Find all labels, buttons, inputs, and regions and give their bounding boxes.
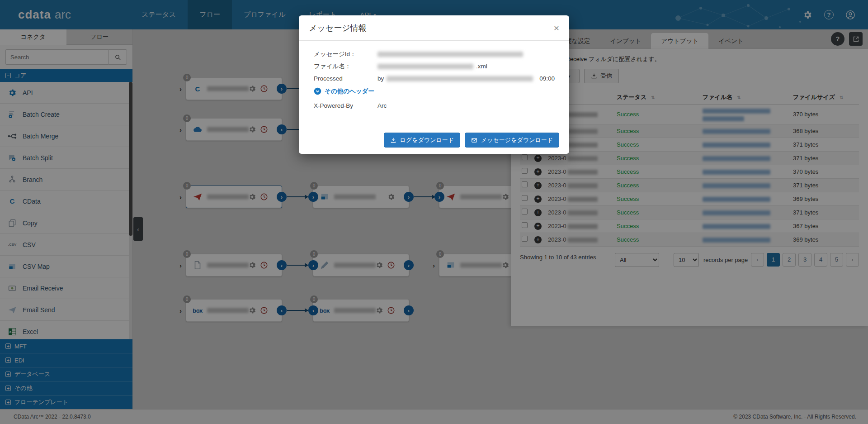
- x-powered-by-row: X-Powered-By Arc: [314, 100, 559, 112]
- processed-row: Processed by 09:00: [314, 72, 559, 85]
- message-id-label: メッセージId：: [314, 50, 377, 58]
- filename-row: ファイル名： .xml: [314, 60, 559, 72]
- envelope-icon: [471, 137, 477, 143]
- download-log-button[interactable]: ログをダウンロード: [384, 133, 460, 148]
- chevron-down-circle-icon: [314, 87, 321, 95]
- x-powered-by-value: Arc: [377, 102, 559, 109]
- redacted-filename: [377, 64, 473, 69]
- filename-extension: .xml: [476, 63, 487, 70]
- message-id-row: メッセージId：: [314, 48, 559, 60]
- x-powered-by-label: X-Powered-By: [314, 102, 377, 109]
- processed-by-prefix: by: [377, 75, 384, 82]
- processed-time: 09:00: [539, 75, 555, 82]
- other-headers-label: その他のヘッダー: [325, 87, 374, 95]
- processed-label: Processed: [314, 75, 377, 82]
- close-icon[interactable]: ×: [554, 23, 559, 33]
- redacted-processed-by: [387, 76, 533, 81]
- redacted-message-id: [377, 52, 523, 57]
- modal-title: メッセージ情報: [309, 23, 367, 33]
- message-info-modal: メッセージ情報 × メッセージId： ファイル名： .xml Processed…: [299, 15, 569, 154]
- other-headers-link[interactable]: その他のヘッダー: [314, 85, 559, 98]
- download-icon: [390, 137, 396, 143]
- filename-label: ファイル名：: [314, 62, 377, 71]
- modal-footer: ログをダウンロード メッセージをダウンロード: [299, 126, 569, 154]
- modal-body: メッセージId： ファイル名： .xml Processed by 09:00 …: [299, 41, 569, 112]
- download-message-button[interactable]: メッセージをダウンロード: [465, 133, 559, 148]
- modal-header: メッセージ情報 ×: [299, 15, 569, 41]
